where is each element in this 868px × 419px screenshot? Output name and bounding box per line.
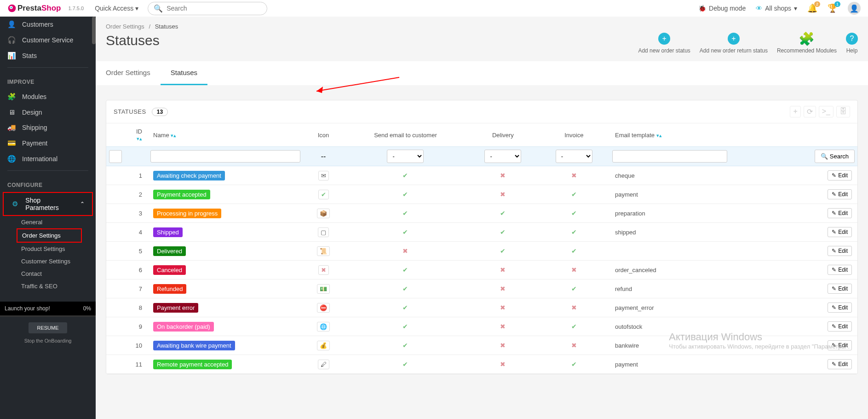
table-row[interactable]: 2 Payment accepted ✔ ✔ ✖ ✔ payment ✎Edit [106,185,857,204]
edit-button[interactable]: ✎Edit [828,321,852,332]
sidebar-item[interactable]: 💳 Payment [0,135,96,151]
sidebar-item[interactable]: 🖥 Design [0,105,96,120]
edit-button[interactable]: ✎Edit [828,208,852,218]
cross-icon[interactable]: ✖ [500,191,506,198]
quick-access-menu[interactable]: Quick Access ▾ [95,5,138,12]
sidebar-subitem[interactable]: Order Settings [17,228,82,243]
table-row[interactable]: 1 Awaiting check payment ✉ ✔ ✖ ✖ cheque … [106,166,857,185]
check-icon[interactable]: ✔ [571,191,577,198]
check-icon[interactable]: ✔ [402,304,408,311]
check-icon[interactable]: ✔ [402,172,408,179]
table-row[interactable]: 11 Remote payment accepted 🖊 ✔ ✖ ✔ payme… [106,355,857,374]
check-icon[interactable]: ✔ [571,228,577,236]
cross-icon[interactable]: ✖ [500,285,506,292]
refresh-icon[interactable]: ⟳ [804,106,816,117]
debug-toggle[interactable]: 🐞 Debug mode [698,5,746,12]
filter-email-select[interactable]: - [387,150,424,163]
edit-button[interactable]: ✎Edit [828,189,852,199]
check-icon[interactable]: ✔ [402,228,408,236]
edit-button[interactable]: ✎Edit [828,170,852,180]
cross-icon[interactable]: ✖ [500,266,506,274]
sidebar-item-shop-parameters[interactable]: ⚙ Shop Parameters ⌃ [3,192,93,216]
sidebar-item[interactable]: 🚚 Shipping [0,120,96,135]
tab-order-settings[interactable]: Order Settings [96,61,161,85]
database-icon[interactable]: 🗄 [836,106,850,117]
edit-button[interactable]: ✎Edit [828,303,852,313]
check-icon[interactable]: ✔ [402,323,408,330]
scrollbar[interactable] [92,17,96,44]
edit-button[interactable]: ✎Edit [828,265,852,275]
sidebar-subitem[interactable]: Contact [0,268,96,280]
filter-invoice-select[interactable]: - [556,150,592,163]
sidebar-subitem[interactable]: Product Settings [0,243,96,255]
table-row[interactable]: 7 Refunded 💵 ✔ ✖ ✔ refund ✎Edit [106,279,857,298]
recommended-modules-button[interactable]: 🧩 Recommended Modules [777,33,837,54]
table-row[interactable]: 8 Payment error ⛔ ✔ ✖ ✖ payment_error ✎E… [106,298,857,317]
search-input[interactable] [167,5,261,12]
sidebar-subitem[interactable]: General [0,216,96,228]
shops-dropdown[interactable]: 👁 All shops ▾ [756,5,797,12]
filter-delivery-select[interactable]: - [484,150,521,163]
sort-icon[interactable]: ▾▴ [137,136,142,141]
tab-statuses[interactable]: Statuses [161,61,207,85]
sort-icon[interactable]: ▾▴ [171,133,176,138]
bulk-checkbox[interactable] [109,150,122,163]
edit-button[interactable]: ✎Edit [828,284,852,294]
stop-onboarding-link[interactable]: Stop the OnBoarding [0,336,96,349]
notifications-trophy[interactable]: 🏆 1 [828,3,838,13]
breadcrumb-item[interactable]: Order Settings [106,23,144,30]
check-icon[interactable]: ✔ [402,191,408,198]
th-id[interactable]: ID [136,128,142,135]
cross-icon[interactable]: ✖ [500,304,506,311]
add-return-status-button[interactable]: + Add new order return status [700,33,768,54]
add-icon[interactable]: + [790,106,800,117]
check-icon[interactable]: ✔ [402,342,408,349]
cross-icon[interactable]: ✖ [500,361,506,368]
check-icon[interactable]: ✔ [571,361,577,368]
notifications-bell[interactable]: 🔔 2 [807,3,817,13]
resume-button[interactable]: RESUME [29,322,67,333]
check-icon[interactable]: ✔ [402,361,408,368]
sidebar-item[interactable]: 🎧 Customer Service [0,32,96,48]
sidebar-item[interactable]: 👤 Customers [0,17,96,32]
th-template[interactable]: Email template [615,132,655,139]
avatar[interactable]: 👤 [848,2,861,15]
search-box[interactable]: 🔍 [148,2,267,15]
cross-icon[interactable]: ✖ [500,342,506,349]
edit-button[interactable]: ✎Edit [828,340,852,350]
cross-icon[interactable]: ✖ [571,304,577,311]
cross-icon[interactable]: ✖ [402,247,408,255]
filter-template-input[interactable] [612,150,727,163]
table-row[interactable]: 3 Processing in progress 📦 ✔ ✔ ✔ prepara… [106,204,857,223]
check-icon[interactable]: ✔ [402,210,408,217]
add-order-status-button[interactable]: + Add new order status [638,33,690,54]
sidebar-subitem[interactable]: Customer Settings [0,255,96,268]
filter-name-input[interactable] [150,150,300,163]
check-icon[interactable]: ✔ [571,323,577,330]
cross-icon[interactable]: ✖ [500,172,506,179]
edit-button[interactable]: ✎Edit [828,246,852,256]
sidebar-item[interactable]: 📊 Stats [0,48,96,64]
edit-button[interactable]: ✎Edit [828,227,852,237]
check-icon[interactable]: ✔ [402,285,408,292]
sidebar-item[interactable]: 🧩 Modules [0,89,96,105]
check-icon[interactable]: ✔ [402,266,408,274]
cross-icon[interactable]: ✖ [500,323,506,330]
check-icon[interactable]: ✔ [571,210,577,217]
table-row[interactable]: 10 Awaiting bank wire payment 💰 ✔ ✖ ✖ ba… [106,336,857,355]
check-icon[interactable]: ✔ [571,247,577,255]
sidebar-item[interactable]: 🌐 International [0,151,96,167]
table-row[interactable]: 5 Delivered 📜 ✖ ✔ ✔ ✎Edit [106,242,857,261]
logo[interactable]: PrestaShop [7,4,61,13]
cross-icon[interactable]: ✖ [571,172,577,179]
sql-icon[interactable]: >_ [819,106,834,117]
table-row[interactable]: 6 Canceled ✖ ✔ ✖ ✖ order_canceled ✎Edit [106,261,857,279]
table-row[interactable]: 4 Shipped ▢ ✔ ✔ ✔ shipped ✎Edit [106,223,857,242]
th-name[interactable]: Name [153,132,169,139]
sort-icon[interactable]: ▾▴ [656,133,662,138]
help-button[interactable]: ? Help [846,33,858,54]
check-icon[interactable]: ✔ [500,210,506,217]
sidebar-subitem[interactable]: Traffic & SEO [0,280,96,292]
cross-icon[interactable]: ✖ [571,266,577,274]
check-icon[interactable]: ✔ [571,285,577,292]
